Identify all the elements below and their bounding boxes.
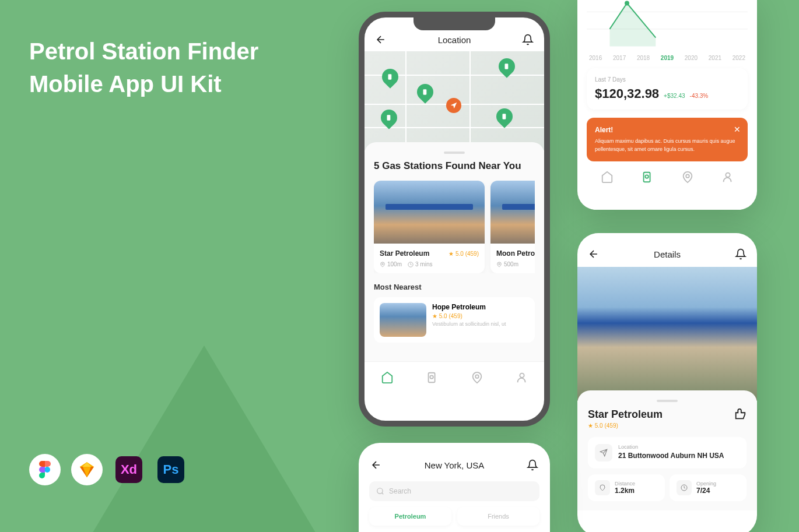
alert-box: ✕ Alert! Aliquam maximu dapibus ac. Duis… xyxy=(587,118,748,161)
station-image xyxy=(490,181,535,244)
star-rating: ★ 5.0 (459) xyxy=(432,313,529,319)
station-thumb xyxy=(380,303,426,337)
line-chart xyxy=(587,0,748,47)
ps-icon: Ps xyxy=(157,456,184,483)
distance-chip[interactable]: Distance1.2km xyxy=(588,474,665,501)
svg-point-15 xyxy=(625,1,629,6)
station-cards-row[interactable]: Star Petroleum ★ 5.0 (459) 100m 3 mins M… xyxy=(374,181,535,273)
phone-notch xyxy=(413,17,495,30)
opening-chip[interactable]: Opening7/24 xyxy=(670,474,747,501)
search-icon xyxy=(376,487,384,495)
station-name: Moon Petrol xyxy=(496,249,535,258)
tabs-row: Petroleum Friends xyxy=(369,507,539,526)
xd-icon: Xd xyxy=(115,456,142,483)
station-name: Star Petroleum xyxy=(380,249,429,258)
phone3-header: Details xyxy=(577,233,757,267)
tab-friends[interactable]: Friends xyxy=(457,507,539,526)
hero-line1: Petrol Station Finder xyxy=(29,35,258,68)
list-item-desc: Vestibulum at sollicitudin nisl, ut xyxy=(432,321,529,327)
station-pin-icon[interactable] xyxy=(377,106,401,129)
alert-text: Aliquam maximu dapibus ac. Duis cursus m… xyxy=(595,138,740,153)
detail-station-name: Star Petroleum xyxy=(588,408,663,421)
list-item-name: Hope Petroleum xyxy=(432,303,529,311)
back-arrow-icon[interactable] xyxy=(370,459,382,471)
svg-point-10 xyxy=(430,375,433,379)
svg-point-21 xyxy=(377,488,383,494)
close-icon[interactable]: ✕ xyxy=(734,125,741,134)
sheet-handle[interactable] xyxy=(657,400,678,402)
bell-icon[interactable] xyxy=(527,459,538,471)
station-pin-icon[interactable] xyxy=(413,80,437,104)
svg-rect-1 xyxy=(388,74,392,79)
star-rating: ★ 5.0 (459) xyxy=(588,422,747,429)
clock-icon xyxy=(677,480,692,495)
search-input[interactable]: Search xyxy=(369,481,539,501)
figma-icon xyxy=(29,454,61,485)
svg-point-8 xyxy=(499,263,500,265)
distance-meta: 100m xyxy=(380,261,402,267)
bottom-sheet: 5 Gas Stations Found Near You Star Petro… xyxy=(365,142,544,393)
location-label: Location xyxy=(618,444,724,450)
station-card[interactable]: Moon Petrol 500m xyxy=(490,181,535,273)
location-card[interactable]: Location 21 Buttonwood Auburn NH USA xyxy=(588,437,747,468)
home-icon[interactable] xyxy=(381,371,394,384)
svg-rect-2 xyxy=(423,89,427,94)
star-rating: ★ 5.0 (459) xyxy=(448,251,479,257)
station-card[interactable]: Star Petroleum ★ 5.0 (459) 100m 3 mins xyxy=(374,181,485,273)
stats-change-up: +$32.43 xyxy=(664,93,685,99)
send-icon xyxy=(595,444,612,461)
phone4-title: New York, USA xyxy=(425,460,485,470)
sketch-icon xyxy=(71,454,103,485)
detail-hero-image xyxy=(577,267,757,401)
time-meta: 3 mins xyxy=(408,261,432,267)
phone4-header: New York, USA xyxy=(359,443,550,478)
bell-icon[interactable] xyxy=(522,34,534,45)
fuel-icon[interactable] xyxy=(426,371,439,384)
background-triangle xyxy=(58,346,350,532)
thumbs-up-icon[interactable] xyxy=(734,408,747,421)
section-label: Most Nearest xyxy=(374,283,535,291)
bottom-nav xyxy=(365,361,544,393)
svg-point-17 xyxy=(645,175,649,178)
current-location-icon[interactable] xyxy=(446,98,461,113)
svg-point-11 xyxy=(475,375,479,378)
distance-meta: 500m xyxy=(496,261,518,267)
svg-rect-5 xyxy=(503,114,506,119)
sheet-handle[interactable] xyxy=(444,152,465,154)
map-area[interactable] xyxy=(365,51,544,150)
phone1-title: Location xyxy=(438,35,471,45)
svg-point-0 xyxy=(44,467,50,473)
chart-x-axis: 2016 2017 2018 2019 2020 2021 2022 xyxy=(587,55,748,61)
stats-change-down: -43.3% xyxy=(690,93,709,99)
bell-icon[interactable] xyxy=(735,248,747,260)
stats-card: Last 7 Days $120,32.98 +$32.43 -43.3% xyxy=(587,68,748,110)
svg-point-12 xyxy=(520,373,524,377)
home-icon[interactable] xyxy=(601,171,614,184)
profile-icon[interactable] xyxy=(721,171,734,184)
detail-sheet: Star Petroleum ★ 5.0 (459) Location 21 B… xyxy=(577,390,757,510)
chart-area xyxy=(587,0,748,47)
tool-icons-row: Xd Ps xyxy=(29,454,187,485)
back-arrow-icon[interactable] xyxy=(588,248,600,260)
tab-petroleum[interactable]: Petroleum xyxy=(369,507,451,526)
search-placeholder: Search xyxy=(389,487,411,495)
profile-icon[interactable] xyxy=(516,371,528,384)
svg-rect-3 xyxy=(505,64,509,69)
station-image xyxy=(374,181,485,244)
back-arrow-icon[interactable] xyxy=(375,34,387,45)
station-pin-icon[interactable] xyxy=(379,65,402,89)
station-pin-icon[interactable] xyxy=(493,105,516,128)
bottom-nav xyxy=(587,171,748,184)
location-icon[interactable] xyxy=(681,171,694,184)
fuel-icon[interactable] xyxy=(641,171,654,184)
phone-search-screen: New York, USA Search Petroleum Friends xyxy=(359,443,550,532)
alert-title: Alert! xyxy=(595,126,740,134)
stats-label: Last 7 Days xyxy=(595,76,740,83)
phone-location-screen: Location 5 Gas Stations Found Near You S… xyxy=(359,12,550,427)
hero-title: Petrol Station Finder Mobile App UI Kit xyxy=(29,35,258,100)
list-item[interactable]: Hope Petroleum ★ 5.0 (459) Vestibulum at… xyxy=(374,297,535,343)
svg-rect-4 xyxy=(387,115,391,120)
location-icon[interactable] xyxy=(471,371,483,384)
location-address: 21 Buttonwood Auburn NH USA xyxy=(618,452,724,460)
svg-rect-9 xyxy=(428,372,434,382)
